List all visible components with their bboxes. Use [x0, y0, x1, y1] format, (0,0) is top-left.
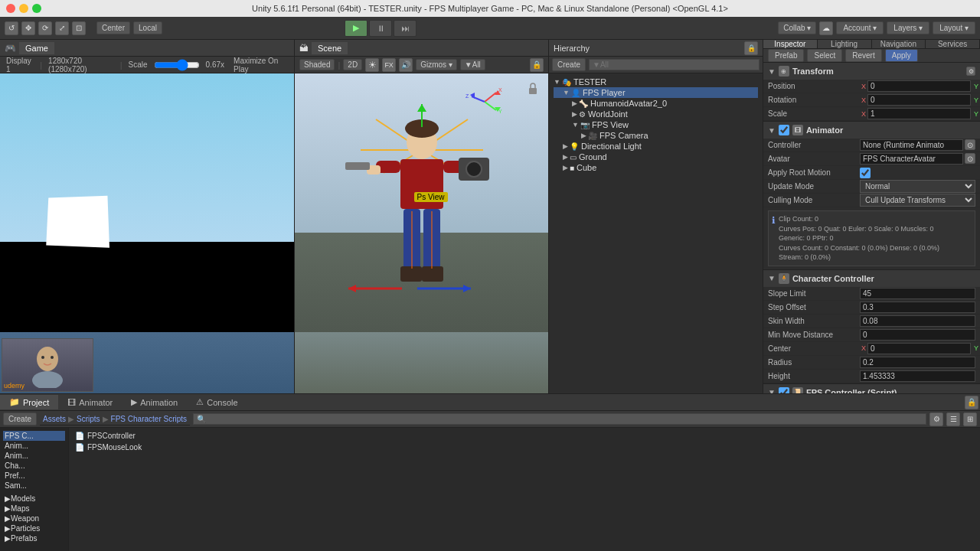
controller-input[interactable]	[860, 139, 963, 151]
proj-tree-anim1[interactable]: Anim...	[3, 441, 65, 451]
hierarchy-item-fps-camera[interactable]: ▶ 🎥 FPS Camera	[554, 130, 758, 141]
inspector-tab[interactable]: Inspector	[763, 40, 818, 48]
hierarchy-item-humanoid[interactable]: ▶ 🦴 HumanoidAvatar2_0	[554, 98, 758, 109]
revert-button[interactable]: Revert	[845, 49, 881, 62]
2d-toggle[interactable]: 2D	[343, 59, 362, 70]
skin-width-input[interactable]	[860, 315, 975, 327]
fx-toggle[interactable]: FX	[382, 58, 396, 72]
rotate-icon[interactable]: ⟳	[38, 21, 52, 35]
rotation-x-input[interactable]	[867, 94, 971, 106]
hierarchy-search[interactable]	[589, 59, 760, 70]
collab-button[interactable]: Collab ▾	[778, 21, 816, 34]
breadcrumb-assets[interactable]: Assets	[43, 415, 66, 423]
rect-icon[interactable]: ⊡	[72, 21, 86, 35]
project-lock-icon[interactable]: 🔒	[965, 396, 978, 409]
position-x-input[interactable]	[867, 80, 971, 92]
maximize-toggle[interactable]: Maximize On Play	[230, 56, 291, 74]
audio-toggle[interactable]: 🔊	[399, 58, 413, 72]
project-settings-icon[interactable]: ⚙	[929, 412, 943, 426]
project-search[interactable]	[193, 413, 926, 425]
fps-controller-enable-checkbox[interactable]	[779, 387, 789, 393]
cloud-icon[interactable]: ☁	[819, 21, 833, 35]
proj-tree-models[interactable]: ▶ Models	[3, 494, 65, 504]
proj-tree-cha[interactable]: Cha...	[3, 461, 65, 471]
proj-tree-fps-c[interactable]: FPS C...	[3, 431, 65, 441]
animation-tab[interactable]: ▶ Animation	[122, 395, 187, 409]
scale-x-input[interactable]	[867, 108, 971, 119]
display-selector[interactable]: Display 1	[3, 56, 37, 74]
breadcrumb-fps-scripts[interactable]: FPS Character Scripts	[111, 415, 187, 423]
apply-button[interactable]: Apply	[885, 49, 918, 62]
animator-header[interactable]: ▼ 🎞 Animator	[763, 122, 980, 139]
select-button[interactable]: Select	[807, 49, 842, 62]
proj-tree-sam[interactable]: Sam...	[3, 481, 65, 491]
hierarchy-item-worldjoint[interactable]: ▶ ⚙ WorldJoint	[554, 109, 758, 119]
radius-input[interactable]	[860, 357, 975, 368]
layout-dropdown[interactable]: Layout ▾	[933, 21, 975, 34]
shaded-dropdown[interactable]: Shaded	[299, 59, 335, 70]
hierarchy-item-fps-view[interactable]: ▼ 📷 FPS View	[554, 119, 758, 130]
min-move-input[interactable]	[860, 329, 975, 341]
height-input[interactable]	[860, 370, 975, 382]
controller-picker-icon[interactable]: ⊙	[965, 139, 975, 150]
hierarchy-item-cube[interactable]: ▶ ■ Cube	[554, 162, 758, 173]
play-button[interactable]: ▶	[345, 20, 368, 37]
gizmos-dropdown[interactable]: Gizmos ▾	[416, 59, 457, 70]
scale-slider[interactable]	[154, 61, 200, 69]
proj-tree-maps[interactable]: ▶ Maps	[3, 504, 65, 514]
hierarchy-item-directional-light[interactable]: ▶ 💡 Directional Light	[554, 141, 758, 152]
file-fps-mouse-look[interactable]: 📄 FPSMouseLook	[72, 442, 977, 452]
proj-tree-weapon[interactable]: ▶ Weapon	[3, 514, 65, 523]
minimize-button[interactable]	[19, 4, 28, 13]
lighting-tab[interactable]: Lighting	[818, 40, 872, 48]
update-mode-dropdown[interactable]: Normal	[860, 180, 975, 193]
avatar-picker-icon[interactable]: ⊙	[965, 153, 975, 164]
layers-dropdown[interactable]: Layers ▾	[887, 21, 929, 34]
culling-mode-dropdown[interactable]: Cull Update Transforms	[860, 194, 975, 207]
project-tab[interactable]: 📁 Project	[0, 395, 58, 409]
account-dropdown[interactable]: Account ▾	[836, 21, 884, 34]
scale-icon[interactable]: ⤢	[55, 21, 69, 35]
hierarchy-lock[interactable]: 🔒	[744, 41, 758, 55]
project-filter-icon[interactable]: ☰	[946, 412, 960, 426]
all-toggle[interactable]: ▼All	[460, 59, 485, 70]
resolution-selector[interactable]: 980x551 (980x551)	[45, 56, 117, 74]
file-fps-controller[interactable]: 📄 FPSController	[72, 431, 977, 441]
lighting-toggle[interactable]: ☀	[365, 58, 379, 72]
transform-settings-icon[interactable]: ⚙	[966, 67, 975, 76]
proj-tree-particles[interactable]: ▶ Particles	[3, 523, 65, 533]
animator-enable-checkbox[interactable]	[779, 125, 789, 135]
project-create-btn[interactable]: Create	[3, 412, 37, 425]
proj-tree-anim2[interactable]: Anim...	[3, 451, 65, 461]
navigation-tab[interactable]: Navigation	[872, 40, 926, 48]
breadcrumb-scripts[interactable]: Scripts	[77, 415, 100, 423]
proj-tree-pref[interactable]: Pref...	[3, 471, 65, 481]
slope-limit-input[interactable]	[860, 288, 975, 299]
services-tab[interactable]: Services	[926, 40, 980, 48]
close-button[interactable]	[6, 4, 15, 13]
center-x-input[interactable]	[867, 343, 971, 354]
pause-button[interactable]: ⏸	[369, 20, 392, 37]
undo-icon[interactable]: ↺	[5, 21, 18, 35]
game-tab[interactable]: Game	[19, 42, 54, 54]
maximize-button[interactable]	[32, 4, 41, 13]
center-toggle[interactable]: Center	[96, 21, 130, 34]
step-button[interactable]: ⏭	[394, 20, 416, 37]
animator-tab[interactable]: 🎞 Animator	[58, 396, 122, 409]
console-tab[interactable]: ⚠ Console	[187, 395, 247, 409]
proj-tree-prefabs[interactable]: ▶ Prefabs	[3, 533, 65, 543]
scene-tab[interactable]: Scene	[312, 42, 348, 54]
avatar-input[interactable]	[860, 153, 963, 165]
hierarchy-item-fps-player[interactable]: ▼ 👤 FPS Player	[554, 87, 758, 98]
character-controller-header[interactable]: ▼ 🧍 Character Controller	[763, 270, 980, 287]
scene-lock[interactable]: 🔒	[530, 58, 544, 72]
project-view-icon[interactable]: ⊞	[963, 412, 977, 426]
step-offset-input[interactable]	[860, 302, 975, 313]
hierarchy-root[interactable]: ▼ 🎭 TESTER	[554, 77, 758, 87]
transform-header[interactable]: ▼ ⊕ Transform ⚙	[763, 63, 980, 80]
apply-root-checkbox[interactable]	[860, 168, 871, 178]
hierarchy-create-btn[interactable]: Create	[552, 58, 586, 71]
transform-icon[interactable]: ✥	[21, 21, 35, 35]
local-toggle[interactable]: Local	[133, 21, 162, 34]
fps-controller-header[interactable]: ▼ 📜 FPS Controller (Script)	[763, 384, 980, 393]
